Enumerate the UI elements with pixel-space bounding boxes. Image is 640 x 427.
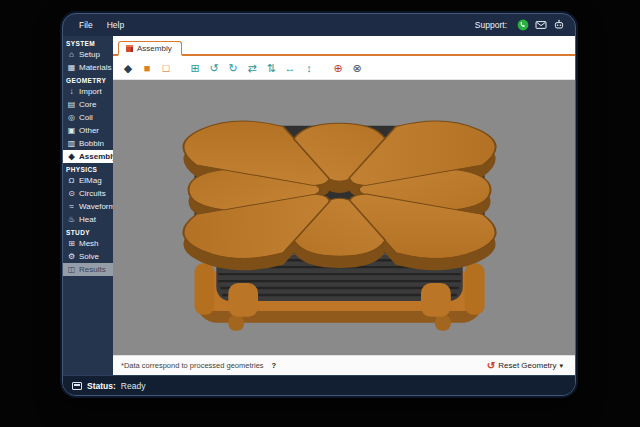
sidebar-item-label: Materials: [79, 63, 111, 72]
toolbar: ◆■□⊞↺↻⇄⇅↔↕⊕⊗: [113, 56, 575, 80]
sidebar-item-import[interactable]: ↓Import: [63, 85, 113, 98]
import-icon: ↓: [67, 87, 76, 96]
sidebar-item-label: Core: [79, 100, 96, 109]
tab-bar: Assembly: [113, 36, 575, 56]
sidebar-item-setup[interactable]: ⌂Setup: [63, 48, 113, 61]
viewport-3d[interactable]: [113, 80, 575, 355]
waveform-icon: ≈: [67, 202, 76, 211]
sidebar-item-heat[interactable]: ♨Heat: [63, 213, 113, 226]
solve-icon: ⚙: [67, 252, 76, 261]
sidebar-item-label: Import: [79, 87, 102, 96]
flip-horizontal-icon[interactable]: ⇄: [245, 60, 259, 76]
sidebar-item-label: Assembly: [79, 152, 113, 161]
sidebar-section-header-study: STUDY: [63, 226, 113, 237]
measure-icon[interactable]: ⊗: [350, 60, 364, 76]
sidebar-item-circuits[interactable]: ⊙Circuits: [63, 187, 113, 200]
menu-bar: File Help Support:: [63, 14, 575, 36]
coil-icon: ◎: [67, 113, 76, 122]
reset-geometry-label: Reset Geometry: [498, 361, 556, 370]
sidebar-section-header-physics: PHYSICS: [63, 163, 113, 174]
sidebar-item-solve[interactable]: ⚙Solve: [63, 250, 113, 263]
core-icon: ▤: [67, 100, 76, 109]
geometry-note: *Data correspond to processed geometries: [121, 361, 264, 370]
sidebar-item-coil[interactable]: ◎Coil: [63, 111, 113, 124]
bug-report-icon[interactable]: [553, 19, 565, 31]
sidebar-item-label: Waveform: [79, 202, 113, 211]
isometric-view-icon[interactable]: ⊞: [188, 60, 202, 76]
sidebar-section-header-geometry: GEOMETRY: [63, 74, 113, 85]
sidebar-item-other[interactable]: ▣Other: [63, 124, 113, 137]
sidebar-item-label: Coil: [79, 113, 93, 122]
sidebar-item-label: Bobbin: [79, 139, 104, 148]
tab-label: Assembly: [137, 44, 172, 53]
sidebar-item-label: Mesh: [79, 239, 99, 248]
shading-icon[interactable]: ◆: [121, 60, 135, 76]
pan-vertical-icon[interactable]: ↕: [302, 60, 316, 76]
sidebar-item-elmag[interactable]: ΩElMag: [63, 174, 113, 187]
assembly-cube-icon: [126, 45, 133, 52]
sidebar-item-results[interactable]: ◫Results: [63, 263, 113, 276]
tab-underline: [113, 54, 575, 56]
app-window: File Help Support: SYSTEM⌂Setup▦Material…: [62, 13, 576, 396]
status-label: Status:: [87, 381, 116, 391]
other-icon: ▣: [67, 126, 76, 135]
sidebar-item-label: Setup: [79, 50, 100, 59]
sidebar-item-label: ElMag: [79, 176, 102, 185]
content-column: Assembly ◆■□⊞↺↻⇄⇅↔↕⊕⊗: [113, 36, 575, 375]
status-monitor-icon: [72, 382, 82, 390]
bobbin-icon: ▥: [67, 139, 76, 148]
sidebar-item-label: Circuits: [79, 189, 106, 198]
sidebar-item-mesh[interactable]: ⊞Mesh: [63, 237, 113, 250]
reset-icon: ↺: [487, 361, 495, 371]
rotate-right-icon[interactable]: ↻: [226, 60, 240, 76]
menu-help[interactable]: Help: [101, 18, 130, 32]
email-icon[interactable]: [535, 19, 547, 31]
viewport-footer: *Data correspond to processed geometries…: [113, 355, 575, 375]
zoom-fit-icon[interactable]: ⊕: [331, 60, 345, 76]
wireframe-cube-icon[interactable]: □: [159, 60, 173, 76]
circuit-icon: ⊙: [67, 189, 76, 198]
solid-color-icon[interactable]: ■: [140, 60, 154, 76]
sidebar-section-header-system: SYSTEM: [63, 37, 113, 48]
sidebar-item-label: Heat: [79, 215, 96, 224]
help-button[interactable]: ?: [269, 361, 280, 370]
sidebar-item-label: Results: [79, 265, 106, 274]
tab-assembly[interactable]: Assembly: [118, 41, 182, 56]
main-area: SYSTEM⌂Setup▦MaterialsGEOMETRY↓Import▤Co…: [63, 36, 575, 375]
sidebar-item-waveform[interactable]: ≈Waveform: [63, 200, 113, 213]
home-icon: ⌂: [67, 50, 76, 59]
assembly-icon: ◈: [67, 152, 76, 161]
materials-icon: ▦: [67, 63, 76, 72]
status-bar: Status: Ready: [63, 375, 575, 395]
reset-geometry-button[interactable]: ↺ Reset Geometry ▾: [483, 360, 567, 372]
thermometer-icon: ♨: [67, 215, 76, 224]
sidebar-item-label: Solve: [79, 252, 99, 261]
sidebar-item-assembly[interactable]: ◈Assembly: [63, 150, 113, 163]
status-value: Ready: [121, 381, 146, 391]
flip-vertical-icon[interactable]: ⇅: [264, 60, 278, 76]
results-icon: ◫: [67, 265, 76, 274]
sidebar-item-label: Other: [79, 126, 99, 135]
sidebar: SYSTEM⌂Setup▦MaterialsGEOMETRY↓Import▤Co…: [63, 36, 113, 375]
support-label: Support:: [475, 20, 507, 30]
mesh-icon: ⊞: [67, 239, 76, 248]
chevron-down-icon: ▾: [559, 362, 563, 370]
rotate-left-icon[interactable]: ↺: [207, 60, 221, 76]
magnet-icon: Ω: [67, 176, 76, 185]
desktop-background: File Help Support: SYSTEM⌂Setup▦Material…: [0, 0, 640, 427]
sidebar-item-core[interactable]: ▤Core: [63, 98, 113, 111]
sidebar-item-bobbin[interactable]: ▥Bobbin: [63, 137, 113, 150]
sidebar-item-materials[interactable]: ▦Materials: [63, 61, 113, 74]
3d-model[interactable]: [113, 80, 575, 355]
whatsapp-icon[interactable]: [517, 19, 529, 31]
menu-file[interactable]: File: [73, 18, 99, 32]
pan-horizontal-icon[interactable]: ↔: [283, 60, 297, 76]
